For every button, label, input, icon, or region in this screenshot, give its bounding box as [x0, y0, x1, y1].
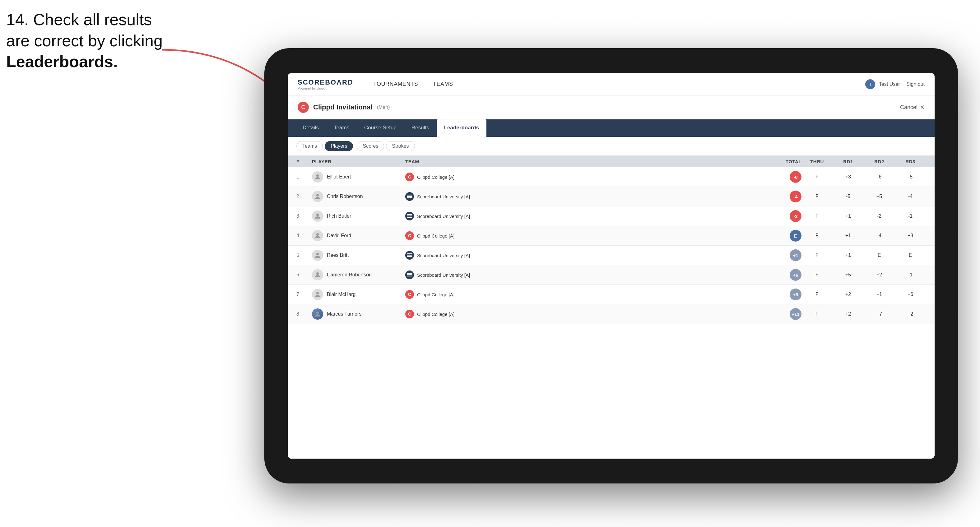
player-cell: Blair McHarg — [312, 289, 405, 300]
player-cell: Rich Butler — [312, 211, 405, 222]
table-row: 6 Cameron Robertson Scoreboard Universit… — [288, 265, 935, 285]
rd2-cell: +5 — [864, 194, 895, 199]
col-rd3: RD3 — [895, 159, 926, 164]
svg-rect-13 — [407, 255, 412, 256]
player-name: Marcus Turners — [327, 311, 361, 317]
signout-link[interactable]: Sign out — [906, 81, 924, 87]
rank: 6 — [296, 272, 312, 278]
cancel-button[interactable]: Cancel ✕ — [900, 104, 924, 111]
player-cell: Chris Robertson — [312, 191, 405, 202]
svg-rect-3 — [407, 195, 412, 195]
col-team: TEAM — [405, 159, 764, 164]
col-rd2: RD2 — [864, 159, 895, 164]
filter-strokes[interactable]: Strokes — [386, 141, 415, 151]
thru-cell: F — [802, 272, 832, 278]
svg-point-19 — [316, 292, 319, 294]
team-cell: C Clippd College [A] — [405, 310, 764, 318]
tournament-title: Clippd Invitational — [313, 103, 372, 111]
filter-teams[interactable]: Teams — [296, 141, 323, 151]
rd3-cell: -1 — [895, 272, 926, 278]
tab-course-setup[interactable]: Course Setup — [357, 119, 404, 137]
table-row: 5 Rees Britt Scoreboard University [A] +… — [288, 246, 935, 265]
team-logo: C — [405, 173, 414, 181]
rd2-cell: +1 — [864, 292, 895, 297]
team-cell: Scoreboard University [A] — [405, 251, 764, 260]
tournament-header: C Clippd Invitational (Men) Cancel ✕ — [288, 95, 935, 119]
player-name: Rich Butler — [327, 213, 351, 219]
rd1-cell: +5 — [832, 272, 864, 278]
player-name: Cameron Robertson — [327, 272, 372, 278]
score-badge: -8 — [790, 171, 802, 183]
player-cell: Elliot Ebert — [312, 171, 405, 183]
table-row: 8 Marcus Turners C Clippd College [A] +1… — [288, 305, 935, 324]
player-name: Rees Britt — [327, 252, 348, 258]
rd1-cell: +1 — [832, 252, 864, 258]
user-name: Test User | — [879, 81, 902, 87]
rd2-cell: -4 — [864, 233, 895, 238]
svg-point-2 — [316, 194, 319, 197]
score-badge: +11 — [790, 308, 802, 320]
score-badge: E — [790, 230, 802, 241]
logo-sub: Powered by clippd — [298, 86, 353, 90]
team-name: Scoreboard University [A] — [417, 272, 470, 278]
team-logo — [405, 192, 414, 201]
table-header: # PLAYER TEAM TOTAL THRU RD1 RD2 RD3 — [288, 156, 935, 167]
tournament-badge: C — [298, 102, 309, 113]
team-name: Clippd College [A] — [417, 175, 454, 180]
tournament-name: C Clippd Invitational (Men) — [298, 102, 390, 113]
tab-details[interactable]: Details — [295, 119, 326, 137]
rank: 3 — [296, 213, 312, 219]
total-cell: +6 — [764, 269, 802, 281]
rd3-cell: +2 — [895, 311, 926, 317]
thru-cell: F — [802, 194, 832, 199]
logo-text: SCOREBOARD — [298, 78, 353, 86]
team-logo — [405, 270, 414, 279]
team-cell: Scoreboard University [A] — [405, 270, 764, 279]
tablet-device: SCOREBOARD Powered by clippd TOURNAMENTS… — [264, 48, 958, 484]
player-cell: David Ford — [312, 230, 405, 241]
score-badge: +1 — [790, 249, 802, 261]
svg-rect-7 — [407, 214, 412, 215]
filter-scores[interactable]: Scores — [357, 141, 384, 151]
nav-tournaments[interactable]: TOURNAMENTS — [366, 73, 425, 95]
thru-cell: F — [802, 292, 832, 297]
rd3-cell: E — [895, 252, 926, 258]
rd2-cell: E — [864, 252, 895, 258]
nav-teams[interactable]: TEAMS — [425, 73, 461, 95]
svg-point-6 — [316, 214, 319, 216]
thru-cell: F — [802, 174, 832, 180]
team-logo — [405, 212, 414, 221]
svg-rect-18 — [407, 276, 412, 277]
svg-rect-8 — [407, 216, 412, 216]
player-name: Blair McHarg — [327, 292, 355, 297]
logo-area: SCOREBOARD Powered by clippd — [298, 78, 353, 90]
team-cell: Scoreboard University [A] — [405, 212, 764, 221]
team-logo: C — [405, 231, 414, 240]
col-rank: # — [296, 159, 312, 164]
table-row: 2 Chris Robertson Scoreboard University … — [288, 187, 935, 206]
team-logo: C — [405, 310, 414, 318]
team-name: Clippd College [A] — [417, 311, 454, 317]
filter-players[interactable]: Players — [325, 141, 353, 151]
rank: 4 — [296, 233, 312, 238]
total-cell: -2 — [764, 210, 802, 222]
rank: 7 — [296, 292, 312, 297]
team-cell: C Clippd College [A] — [405, 173, 764, 181]
total-cell: -8 — [764, 171, 802, 183]
tab-teams[interactable]: Teams — [326, 119, 357, 137]
svg-rect-12 — [407, 253, 412, 254]
rd1-cell: +3 — [832, 174, 864, 180]
leaderboard-table: 1 Elliot Ebert C Clippd College [A] -8 F… — [288, 167, 935, 459]
thru-cell: F — [802, 233, 832, 238]
table-row: 1 Elliot Ebert C Clippd College [A] -8 F… — [288, 167, 935, 187]
svg-rect-5 — [407, 197, 412, 198]
sub-navigation: Details Teams Course Setup Results Leade… — [288, 119, 935, 137]
svg-rect-16 — [407, 273, 412, 274]
col-total: TOTAL — [764, 159, 802, 164]
score-badge: -4 — [790, 190, 802, 202]
rd1-cell: +1 — [832, 213, 864, 219]
tab-results[interactable]: Results — [404, 119, 437, 137]
total-cell: +1 — [764, 249, 802, 261]
tab-leaderboards[interactable]: Leaderboards — [437, 119, 487, 137]
rd2-cell: +2 — [864, 272, 895, 278]
